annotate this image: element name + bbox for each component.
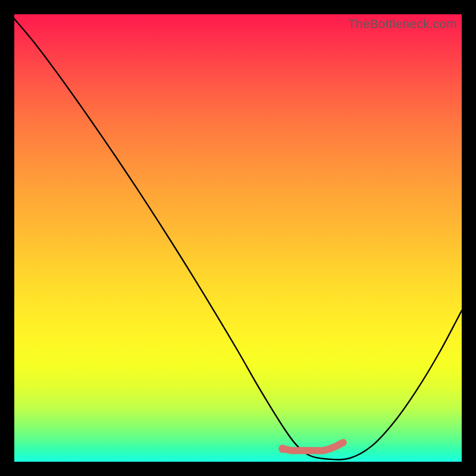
plot-area: TheBottleneck.com (14, 14, 462, 462)
chart-frame: TheBottleneck.com (0, 0, 476, 476)
bottleneck-curve-path (14, 19, 462, 460)
optimal-segment-path (283, 443, 343, 451)
chart-svg (14, 14, 462, 462)
optimal-start-point (278, 444, 287, 453)
